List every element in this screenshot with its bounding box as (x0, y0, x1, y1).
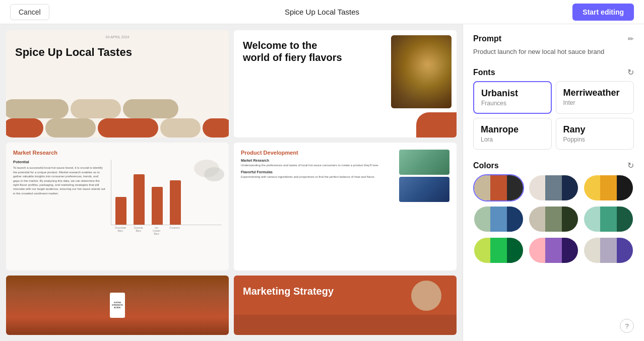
slide-4[interactable]: Product Development Market Research Unde… (234, 143, 457, 270)
color-segment-6b (600, 207, 616, 232)
color-segment-1b (490, 175, 506, 200)
font-card-urbanist[interactable]: Urbanist Fraunces (473, 81, 552, 114)
color-segment-4a (474, 207, 490, 232)
prompt-section: Prompt ✏ Product launch for new local ho… (473, 34, 634, 56)
slide-2-decoration (416, 112, 457, 138)
slide-1-title: Spice Up Local Tastes (6, 39, 229, 63)
slide-1-date: 04 APRIL 2024 (6, 30, 229, 39)
slide-1[interactable]: 04 APRIL 2024 Spice Up Local Tastes (6, 30, 229, 138)
color-segment-7a (474, 238, 490, 263)
font-card-merriweather-primary: Merriweather (563, 88, 627, 98)
slide-4-section-2: Flavorful Formulas Experimenting with va… (241, 170, 394, 179)
color-swatch-9[interactable] (583, 237, 634, 264)
prompt-header: Prompt ✏ (473, 34, 634, 43)
color-swatch-7[interactable] (473, 237, 524, 264)
colors-header: Colors ↻ (473, 161, 634, 170)
pill-rust-2 (98, 118, 158, 138)
color-swatch-8[interactable] (528, 237, 579, 264)
slide-4-section1-text: Understanding the preferences and tastes… (241, 163, 394, 167)
chart-label-2: Granola Bars (133, 226, 144, 235)
font-card-manrope-secondary: Lora (481, 136, 544, 143)
header: Cancel Spice Up Local Tastes Start editi… (0, 0, 644, 24)
bottle-label: EXTRA STRENGTH ACIDIC (110, 293, 125, 318)
font-card-rany-secondary: Poppins (563, 136, 627, 143)
color-segment-4c (507, 207, 523, 232)
slide-2-image (391, 35, 452, 108)
color-segment-3c (617, 175, 633, 200)
color-segment-3b (600, 175, 616, 200)
slide-1-shapes (6, 97, 229, 138)
prompt-title: Prompt (473, 34, 501, 43)
color-segment-4b (490, 207, 506, 232)
pill-tan-3 (45, 118, 96, 138)
font-card-rany[interactable]: Rany Poppins (556, 118, 634, 150)
edit-icon[interactable]: ✏ (628, 35, 634, 43)
font-card-merriweather-secondary: Inter (563, 99, 627, 106)
main-layout: 04 APRIL 2024 Spice Up Local Tastes (0, 24, 644, 341)
prompt-text: Product launch for new local hot sauce b… (473, 47, 634, 56)
font-card-merriweather[interactable]: Merriweather Inter (556, 81, 634, 114)
slide-4-img-cooking (399, 150, 449, 175)
chart-label-1: Chocolate Bars (115, 226, 126, 235)
pill-tan-1 (6, 99, 69, 118)
color-segment-9c (617, 238, 633, 263)
pill-light-1 (71, 99, 121, 118)
slide-4-section1-heading: Market Research (241, 159, 394, 162)
slide-6-title: Marketing Strategy (243, 286, 447, 297)
slide-3-potential-text: To launch a successful local hot sauce b… (13, 166, 106, 195)
slide-6-bottom (234, 315, 457, 335)
color-segment-7c (507, 238, 523, 263)
slide-4-img-bowl (399, 177, 449, 202)
font-card-urbanist-secondary: Fraunces (481, 100, 544, 107)
bottle-label-text-2: ACIDIC (114, 306, 121, 309)
slide-2-image-inner (391, 35, 452, 108)
slide-2[interactable]: Welcome to the world of fiery flavors (234, 30, 457, 138)
slide-6[interactable]: Marketing Strategy (234, 276, 457, 335)
fonts-title: Fonts (473, 68, 495, 77)
colors-refresh-icon[interactable]: ↻ (627, 161, 634, 170)
color-swatch-6[interactable] (583, 206, 634, 233)
color-swatch-1[interactable] (473, 174, 524, 201)
slide-4-section-1: Market Research Understanding the prefer… (241, 159, 394, 167)
slide-2-title: Welcome to the world of fiery flavors (243, 39, 344, 63)
slide-3-potential-heading: Potential (13, 160, 106, 164)
color-segment-2a (529, 175, 545, 200)
color-segment-5b (545, 207, 561, 232)
slide-4-content: Product Development Market Research Unde… (241, 150, 394, 202)
slide-3-chart: Chocolate Bars Granola Bars Ice Cream Ba… (111, 160, 222, 236)
color-segment-3a (584, 175, 600, 200)
font-card-urbanist-primary: Urbanist (481, 88, 544, 99)
color-segment-5c (562, 207, 578, 232)
color-swatch-4[interactable] (473, 206, 524, 233)
slide-5[interactable]: EXTRA STRENGTH ACIDIC (6, 276, 229, 335)
help-button[interactable]: ? (620, 319, 634, 333)
color-segment-7b (490, 238, 506, 263)
slide-3-text: Potential To launch a successful local h… (13, 160, 106, 236)
color-swatch-2[interactable] (528, 174, 579, 201)
color-swatch-3[interactable] (583, 174, 634, 201)
color-swatch-5[interactable] (528, 206, 579, 233)
color-segment-2c (562, 175, 578, 200)
slide-3-title: Market Research (13, 150, 222, 156)
slide-3[interactable]: Market Research Potential To launch a su… (6, 143, 229, 270)
pill-tan-2 (123, 99, 178, 118)
color-segment-6c (617, 207, 633, 232)
page-title: Spice Up Local Tastes (285, 8, 359, 16)
colors-title: Colors (473, 161, 499, 170)
color-segment-9b (600, 238, 616, 263)
colors-section: Colors ↻ (473, 161, 634, 264)
color-segment-8c (562, 238, 578, 263)
chart-labels: Chocolate Bars Granola Bars Ice Cream Ba… (111, 225, 222, 236)
color-segment-1c (507, 175, 523, 200)
cancel-button[interactable]: Cancel (10, 4, 49, 20)
bar-chocolate (115, 197, 126, 225)
fonts-refresh-icon[interactable]: ↻ (627, 67, 634, 77)
colors-grid (473, 174, 634, 264)
fonts-section: Fonts ↻ Urbanist Fraunces Merriweather I… (473, 67, 634, 150)
color-segment-9a (584, 238, 600, 263)
color-segment-2b (545, 175, 561, 200)
bar-icecream (152, 187, 163, 225)
font-card-manrope[interactable]: Manrope Lora (473, 118, 552, 150)
font-card-manrope-primary: Manrope (481, 124, 544, 135)
start-editing-button[interactable]: Start editing (572, 4, 634, 21)
